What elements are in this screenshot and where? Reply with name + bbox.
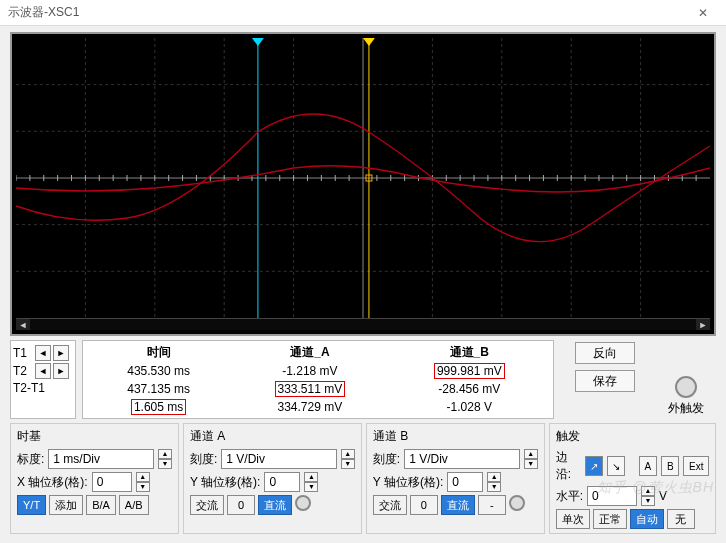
ch-b-ypos-stepper[interactable]: ▲▼ bbox=[487, 472, 501, 492]
trig-none-button[interactable]: 无 bbox=[667, 509, 695, 529]
ch-a-ac-button[interactable]: 交流 bbox=[190, 495, 224, 515]
t1-chb-value: 999.981 mV bbox=[434, 363, 505, 379]
col-ch-a: 通道_A bbox=[230, 343, 389, 362]
mode-ab-button[interactable]: A/B bbox=[119, 495, 149, 515]
t1-left-button[interactable]: ◄ bbox=[35, 345, 51, 361]
ch-b-invert-button[interactable]: - bbox=[478, 495, 506, 515]
ch-b-ypos-input[interactable]: 0 bbox=[447, 472, 483, 492]
trig-src-b-button[interactable]: B bbox=[661, 456, 679, 476]
scope-bezel: ◄ ► bbox=[10, 32, 716, 336]
table-row: 435.530 ms -1.218 mV 999.981 mV bbox=[87, 362, 549, 380]
trigger-panel: 触发 边沿: ↗ ↘ A B Ext 水平: 0 ▲▼ V 单次 bbox=[549, 423, 716, 534]
trig-src-a-button[interactable]: A bbox=[639, 456, 657, 476]
ch-a-port-icon[interactable] bbox=[295, 495, 311, 511]
col-time: 时间 bbox=[87, 343, 230, 362]
trig-auto-button[interactable]: 自动 bbox=[630, 509, 664, 529]
t2-left-button[interactable]: ◄ bbox=[35, 363, 51, 379]
timeline-scrollbar[interactable]: ◄ ► bbox=[16, 318, 710, 330]
trig-src-ext-button[interactable]: Ext bbox=[683, 456, 709, 476]
ch-b-dc-button[interactable]: 直流 bbox=[441, 495, 475, 515]
ch-a-zero-button[interactable]: 0 bbox=[227, 495, 255, 515]
cursor-t1-label: T1 bbox=[13, 346, 33, 360]
table-row: 1.605 ms 334.729 mV -1.028 V bbox=[87, 398, 549, 416]
scroll-right-icon[interactable]: ► bbox=[696, 319, 710, 330]
x-position-stepper[interactable]: ▲▼ bbox=[136, 472, 150, 492]
col-ch-b: 通道_B bbox=[390, 343, 549, 362]
x-position-input[interactable]: 0 bbox=[92, 472, 132, 492]
channel-b-panel: 通道 B 刻度: 1 V/Div ▲▼ Y 轴位移(格): 0 ▲▼ 交流 0 … bbox=[366, 423, 545, 534]
ch-a-title: 通道 A bbox=[190, 428, 355, 445]
ch-a-ypos-stepper[interactable]: ▲▼ bbox=[304, 472, 318, 492]
ch-a-ypos-input[interactable]: 0 bbox=[264, 472, 300, 492]
ch-b-port-icon[interactable] bbox=[509, 495, 525, 511]
cursor-t2-label: T2 bbox=[13, 364, 33, 378]
ch-a-dc-button[interactable]: 直流 bbox=[258, 495, 292, 515]
mode-add-button[interactable]: 添加 bbox=[49, 495, 83, 515]
t2-right-button[interactable]: ► bbox=[53, 363, 69, 379]
dt-time-value: 1.605 ms bbox=[131, 399, 186, 415]
timebase-scale-stepper[interactable]: ▲▼ bbox=[158, 449, 172, 469]
channel-a-panel: 通道 A 刻度: 1 V/Div ▲▼ Y 轴位移(格): 0 ▲▼ 交流 0 … bbox=[183, 423, 362, 534]
mode-yt-button[interactable]: Y/T bbox=[17, 495, 46, 515]
trigger-level-input[interactable]: 0 bbox=[587, 486, 637, 506]
ch-b-scale-stepper[interactable]: ▲▼ bbox=[524, 449, 538, 469]
close-icon[interactable]: ✕ bbox=[688, 6, 718, 20]
ext-trigger-port-icon[interactable] bbox=[675, 376, 697, 398]
ch-b-ac-button[interactable]: 交流 bbox=[373, 495, 407, 515]
ch-b-zero-button[interactable]: 0 bbox=[410, 495, 438, 515]
scroll-left-icon[interactable]: ◄ bbox=[16, 319, 30, 330]
ch-b-scale-input[interactable]: 1 V/Div bbox=[404, 449, 520, 469]
cursor-readout-table: 时间 通道_A 通道_B 435.530 ms -1.218 mV 999.98… bbox=[82, 340, 554, 419]
table-row: 437.135 ms 333.511 mV -28.456 mV bbox=[87, 380, 549, 398]
save-button[interactable]: 保存 bbox=[575, 370, 635, 392]
t2-cha-value: 333.511 mV bbox=[275, 381, 346, 397]
cursor-controls: T1 ◄ ► T2 ◄ ► T2-T1 bbox=[10, 340, 76, 419]
mode-ba-button[interactable]: B/A bbox=[86, 495, 116, 515]
ch-a-scale-stepper[interactable]: ▲▼ bbox=[341, 449, 355, 469]
oscilloscope-display[interactable] bbox=[16, 38, 710, 318]
reverse-button[interactable]: 反向 bbox=[575, 342, 635, 364]
trigger-level-stepper[interactable]: ▲▼ bbox=[641, 486, 655, 506]
trig-normal-button[interactable]: 正常 bbox=[593, 509, 627, 529]
timebase-panel: 时基 标度: 1 ms/Div ▲▼ X 轴位移(格): 0 ▲▼ Y/T 添加… bbox=[10, 423, 179, 534]
trigger-title: 触发 bbox=[556, 428, 709, 445]
window-title: 示波器-XSC1 bbox=[8, 4, 688, 21]
ext-trigger-label: 外触发 bbox=[668, 400, 704, 417]
cursor-dt-label: T2-T1 bbox=[13, 381, 45, 395]
edge-rising-button[interactable]: ↗ bbox=[585, 456, 603, 476]
ch-b-title: 通道 B bbox=[373, 428, 538, 445]
t1-right-button[interactable]: ► bbox=[53, 345, 69, 361]
timebase-title: 时基 bbox=[17, 428, 172, 445]
trig-single-button[interactable]: 单次 bbox=[556, 509, 590, 529]
ch-a-scale-input[interactable]: 1 V/Div bbox=[221, 449, 337, 469]
edge-falling-button[interactable]: ↘ bbox=[607, 456, 625, 476]
timebase-scale-input[interactable]: 1 ms/Div bbox=[48, 449, 154, 469]
titlebar: 示波器-XSC1 ✕ bbox=[0, 0, 726, 26]
